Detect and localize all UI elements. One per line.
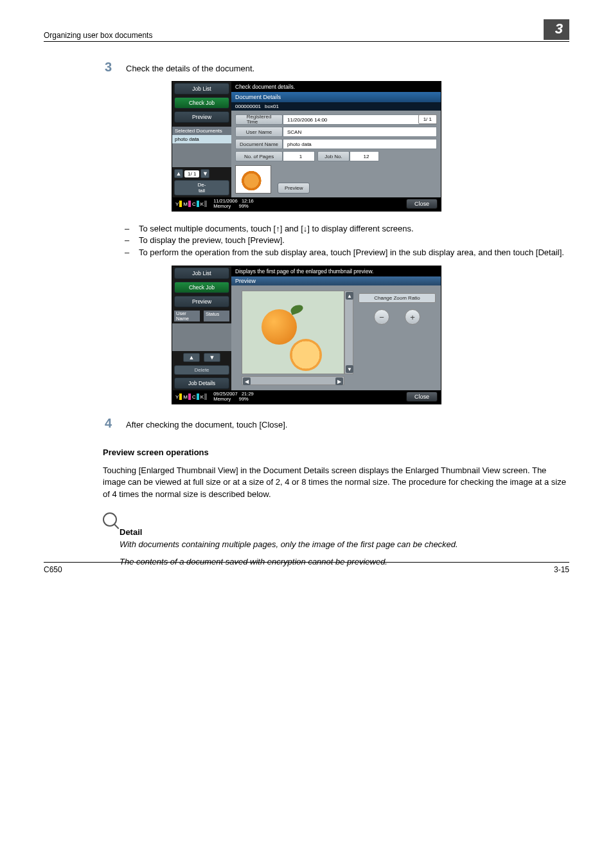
tab-check-job[interactable]: Check Job — [174, 282, 229, 293]
footer-left: C650 — [44, 565, 62, 574]
bottom-bar: Y M C K 09/25/2007 21:29 Memory 99% Clos… — [172, 390, 441, 404]
toner-levels: Y M C K — [175, 393, 207, 400]
document-name-value: photo data — [283, 139, 437, 149]
registered-time-value: 11/20/2006 14:00 — [283, 114, 437, 125]
user-name-value: SCAN — [283, 127, 437, 137]
user-name-col: User Name — [174, 311, 200, 321]
page-indicator: 1/ 1 — [184, 170, 199, 177]
panel-title: Check document details. — [231, 82, 441, 92]
scroll-left-icon[interactable]: ◀ — [243, 377, 251, 385]
footer-right: 3-15 — [554, 565, 569, 574]
bottom-bar: Y M C K 11/21/2006 12:16 Memory 99% Clos… — [172, 197, 441, 211]
job-details-button[interactable]: Job Details — [174, 377, 229, 389]
page-footer: C650 3-15 — [44, 562, 569, 574]
bullet-3: –To perform the operation from the sub d… — [125, 247, 569, 259]
tab-preview[interactable]: Preview — [174, 111, 229, 123]
selected-document[interactable]: photo data — [172, 135, 231, 143]
doc-id: 000000001 — [235, 104, 261, 109]
scroll-up-icon[interactable]: ▲ — [346, 292, 353, 300]
box-name: box01 — [265, 104, 279, 109]
document-thumbnail — [235, 165, 271, 194]
page-indicator-right: 1/ 1 — [418, 114, 437, 124]
scroll-right-icon[interactable]: ▶ — [335, 377, 343, 385]
document-details-screen: Job List Check Job Preview Selected Docu… — [172, 81, 441, 212]
zoom-out-button[interactable]: − — [374, 309, 389, 325]
job-no-value: 12 — [350, 151, 379, 161]
document-name-label: Document Name — [235, 139, 283, 149]
panel-title: Displays the first page of the enlarged … — [231, 266, 441, 276]
detail-button[interactable]: De- tail — [174, 180, 229, 195]
bullet-2: –To display the preview, touch [Preview]… — [125, 235, 569, 247]
status-col: Status — [204, 311, 229, 321]
magnifier-icon — [103, 512, 117, 527]
detail-line-1: With documents containing multiple pages… — [120, 539, 569, 549]
scroll-down-icon[interactable]: ▼ — [346, 365, 353, 373]
chapter-badge: 3 — [544, 19, 569, 40]
memory-value: 99% — [239, 396, 249, 402]
close-button[interactable]: Close — [406, 392, 438, 402]
tab-job-list[interactable]: Job List — [174, 267, 229, 279]
header-title: Organizing user box documents — [44, 31, 152, 40]
memory-label: Memory — [213, 396, 231, 402]
vertical-scrollbar[interactable]: ▲ ▼ — [344, 291, 353, 374]
step-text: Check the details of the document. — [126, 64, 254, 73]
body-paragraph: Touching [Enlarged Thumbnail View] in th… — [103, 465, 569, 502]
memory-value: 99% — [239, 203, 249, 209]
user-name-label: User Name — [235, 127, 283, 137]
down-arrow-button[interactable]: ▼ — [200, 169, 209, 178]
step-number: 3 — [103, 60, 112, 75]
tab-check-job[interactable]: Check Job — [174, 97, 229, 109]
job-no-label: Job No. — [317, 151, 350, 161]
registered-time-label: Registered Time — [235, 114, 283, 125]
delete-button[interactable]: Delete — [174, 365, 229, 375]
bullet-1: –To select multiple documents, touch [↑]… — [125, 223, 569, 235]
zoom-label: Change Zoom Ratio — [359, 293, 436, 303]
step-text: After checking the document, touch [Clos… — [126, 420, 287, 429]
preview-tab[interactable]: Preview — [231, 276, 441, 285]
step-number: 4 — [103, 416, 112, 431]
preview-button[interactable]: Preview — [278, 183, 310, 194]
up-arrow-button[interactable]: ▲ — [183, 353, 200, 362]
close-button[interactable]: Close — [406, 199, 438, 209]
document-details-header: Document Details — [231, 92, 441, 102]
page-header: Organizing user box documents 3 — [44, 19, 569, 42]
down-arrow-button[interactable]: ▼ — [204, 353, 220, 362]
document-id-bar: 000000001 box01 — [231, 102, 441, 111]
pages-value: 1 — [283, 151, 315, 161]
toner-levels: Y M C K — [175, 201, 207, 207]
selected-documents-label: Selected Documents — [172, 127, 231, 135]
pages-label: No. of Pages — [235, 151, 283, 161]
step-3: 3 Check the details of the document. — [103, 60, 569, 75]
preview-image — [242, 291, 344, 374]
memory-label: Memory — [213, 203, 231, 209]
step-4: 4 After checking the document, touch [Cl… — [103, 416, 569, 431]
tab-job-list[interactable]: Job List — [174, 83, 229, 95]
detail-title: Detail — [120, 527, 569, 537]
up-arrow-button[interactable]: ▲ — [174, 169, 183, 178]
section-heading: Preview screen operations — [103, 448, 569, 457]
zoom-in-button[interactable]: + — [405, 309, 420, 325]
horizontal-scrollbar[interactable]: ◀ ▶ — [242, 376, 344, 385]
tab-preview[interactable]: Preview — [174, 296, 229, 307]
preview-screen: Job List Check Job Preview User Name Sta… — [172, 266, 441, 404]
